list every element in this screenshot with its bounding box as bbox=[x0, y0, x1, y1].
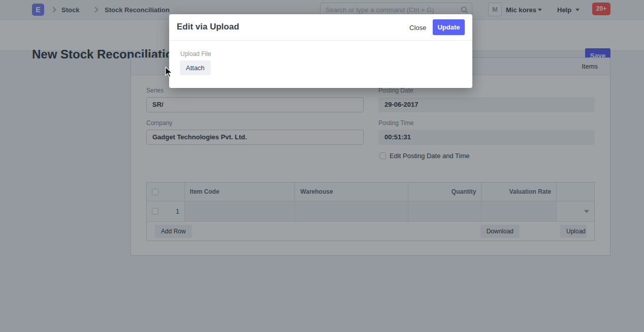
close-button[interactable]: Close bbox=[409, 24, 426, 32]
update-button[interactable]: Update bbox=[433, 19, 465, 35]
edit-via-upload-modal: Edit via Upload Close Update Upload File… bbox=[169, 14, 472, 88]
modal-title: Edit via Upload bbox=[177, 22, 239, 32]
upload-file-label: Upload File bbox=[180, 50, 211, 57]
mouse-cursor bbox=[165, 67, 173, 78]
attach-button[interactable]: Attach bbox=[180, 61, 211, 75]
modal-header: Edit via Upload Close Update bbox=[169, 14, 472, 41]
